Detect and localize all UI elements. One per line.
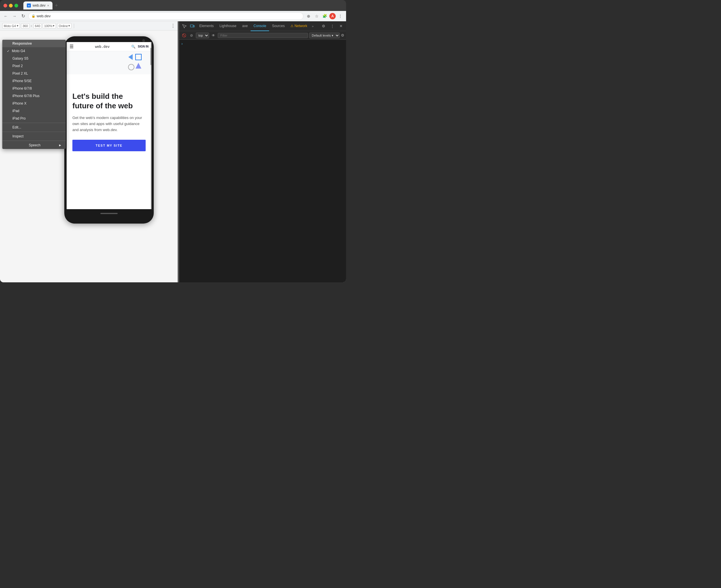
tab-axe[interactable]: axe bbox=[239, 21, 251, 31]
tab-network[interactable]: ⚠ Network bbox=[287, 21, 310, 31]
svg-point-2 bbox=[128, 64, 134, 70]
devtools-close-button[interactable]: ✕ bbox=[337, 22, 345, 30]
log-levels-selector[interactable]: Default levels ▾ bbox=[309, 33, 340, 38]
device-label: Moto G4 bbox=[4, 24, 16, 28]
phone-scrollbar[interactable] bbox=[150, 42, 152, 209]
zoom-selector[interactable]: 100% ▾ bbox=[43, 23, 56, 28]
tab-bar: w web.dev × + bbox=[23, 1, 343, 9]
dropdown-item-speech[interactable]: Speech bbox=[2, 142, 66, 149]
add-icon[interactable]: ⊕ bbox=[305, 13, 312, 20]
eye-icon[interactable]: 👁 bbox=[210, 32, 217, 39]
network-selector[interactable]: Online ▾ bbox=[57, 23, 72, 28]
clear-console-button[interactable]: 🚫 bbox=[181, 32, 187, 39]
dropdown-separator-3 bbox=[2, 141, 66, 141]
width-value[interactable]: 360 bbox=[21, 23, 29, 28]
svg-rect-5 bbox=[193, 25, 194, 27]
network-arrow: ▾ bbox=[68, 24, 70, 28]
title-bar: w web.dev × + bbox=[0, 0, 346, 11]
minimize-button[interactable] bbox=[9, 4, 13, 7]
galaxy-s5-label: Galaxy S5 bbox=[13, 57, 28, 61]
dimensions: 360 × 640 bbox=[21, 23, 42, 28]
responsive-label: Responsive bbox=[13, 41, 32, 45]
moto-g4-label: Moto G4 bbox=[12, 49, 25, 53]
lighthouse-label: Lighthouse bbox=[219, 24, 237, 28]
fullscreen-button[interactable] bbox=[15, 4, 18, 7]
dropdown-item-edit[interactable]: Edit... bbox=[2, 124, 66, 131]
forward-button[interactable]: → bbox=[11, 13, 18, 20]
toolbar-separator bbox=[74, 24, 74, 28]
network-label: Online bbox=[59, 24, 68, 28]
ipad-label: iPad bbox=[13, 109, 19, 113]
refresh-button[interactable]: ↻ bbox=[20, 13, 26, 20]
phone-camera bbox=[142, 39, 145, 42]
dropdown-separator-1 bbox=[2, 123, 66, 123]
tab-sources[interactable]: Sources bbox=[269, 21, 287, 31]
tab-console[interactable]: Console bbox=[251, 21, 269, 31]
device-selector[interactable]: Moto G4 ▾ bbox=[2, 23, 20, 28]
dropdown-item-pixel-2-xl[interactable]: Pixel 2 XL bbox=[2, 70, 66, 77]
dropdown-item-ipad-pro[interactable]: iPad Pro bbox=[2, 115, 66, 122]
console-settings-button[interactable]: ⊘ bbox=[188, 32, 195, 39]
back-button[interactable]: ← bbox=[2, 13, 9, 20]
speech-label: Speech bbox=[29, 143, 41, 147]
traffic-lights bbox=[3, 4, 18, 7]
phone-logo: web.dev bbox=[95, 45, 110, 49]
inspect-element-button[interactable] bbox=[180, 22, 188, 30]
url-text: web.dev bbox=[37, 14, 51, 18]
svg-marker-0 bbox=[128, 54, 133, 60]
more-options-button[interactable]: ⋮ bbox=[171, 23, 175, 28]
tab-lighthouse[interactable]: Lighthouse bbox=[217, 21, 239, 31]
devtools-more-button[interactable]: ⋮ bbox=[328, 22, 336, 30]
url-bar[interactable]: 🔒 web.dev bbox=[28, 13, 303, 20]
cta-button[interactable]: TEST MY SITE bbox=[73, 140, 146, 151]
hamburger-icon[interactable]: ☰ bbox=[69, 44, 74, 49]
dropdown-item-inspect[interactable]: Inspect bbox=[2, 132, 66, 140]
tab-favicon: w bbox=[27, 3, 31, 7]
console-content: › bbox=[179, 40, 346, 282]
more-tabs-button[interactable]: » bbox=[310, 24, 315, 28]
devtools-tabs: Elements Lighthouse axe Console Sources … bbox=[179, 21, 346, 31]
phone-scroll-thumb bbox=[150, 48, 152, 65]
console-gear-button[interactable]: ⚙ bbox=[341, 33, 344, 38]
bookmark-icon[interactable]: ☆ bbox=[313, 13, 320, 20]
phone-wrapper: Responsive Moto G4 Galaxy S5 Pixel 2 Pix… bbox=[0, 30, 178, 282]
times-symbol: × bbox=[31, 24, 32, 28]
tab-elements[interactable]: Elements bbox=[196, 21, 217, 31]
device-mode-button[interactable] bbox=[188, 22, 196, 30]
dropdown-item-pixel-2[interactable]: Pixel 2 bbox=[2, 62, 66, 70]
menu-icon[interactable]: ⋮ bbox=[337, 13, 344, 20]
iphone-5se-label: iPhone 5/SE bbox=[13, 79, 32, 83]
console-arrow: › bbox=[181, 41, 183, 46]
dropdown-item-ipad[interactable]: iPad bbox=[2, 107, 66, 115]
dropdown-item-moto-g4[interactable]: Moto G4 bbox=[2, 47, 66, 55]
iphone-678plus-label: iPhone 6/7/8 Plus bbox=[13, 94, 40, 98]
browser-viewport: Moto G4 ▾ 360 × 640 100% ▾ Online ▾ ⋮ bbox=[0, 21, 178, 282]
tab-close-button[interactable]: × bbox=[47, 4, 49, 7]
sign-in-button[interactable]: SIGN IN bbox=[138, 45, 148, 48]
profile-icon[interactable]: A bbox=[329, 13, 336, 19]
home-indicator bbox=[100, 213, 118, 214]
new-tab-button[interactable]: + bbox=[55, 3, 58, 9]
height-value[interactable]: 640 bbox=[34, 23, 42, 28]
iphone-x-label: iPhone X bbox=[13, 101, 26, 105]
dropdown-header-responsive: Responsive bbox=[2, 40, 66, 47]
search-icon[interactable]: 🔍 bbox=[131, 45, 136, 49]
context-selector[interactable]: top bbox=[196, 33, 209, 38]
sources-label: Sources bbox=[272, 24, 285, 28]
address-actions: ⊕ ☆ 🧩 A ⋮ bbox=[305, 13, 344, 20]
dropdown-item-iphone-5se[interactable]: iPhone 5/SE bbox=[2, 77, 66, 85]
dropdown-item-iphone-x[interactable]: iPhone X bbox=[2, 100, 66, 107]
devtools-settings-button[interactable]: ⚙ bbox=[320, 22, 328, 30]
dropdown-item-iphone-678[interactable]: iPhone 6/7/8 bbox=[2, 85, 66, 92]
device-dropdown-menu: Responsive Moto G4 Galaxy S5 Pixel 2 Pix… bbox=[2, 40, 66, 149]
dropdown-item-iphone-678plus[interactable]: iPhone 6/7/8 Plus bbox=[2, 92, 66, 100]
devtools-panel: Elements Lighthouse axe Console Sources … bbox=[179, 21, 346, 282]
browser-tab[interactable]: w web.dev × bbox=[23, 1, 53, 9]
dropdown-item-galaxy-s5[interactable]: Galaxy S5 bbox=[2, 55, 66, 62]
lock-icon: 🔒 bbox=[32, 14, 36, 18]
close-button[interactable] bbox=[3, 4, 7, 7]
filter-input[interactable] bbox=[218, 33, 308, 38]
phone-frame: ☰ web.dev 🔍 SIGN IN bbox=[64, 36, 154, 224]
extensions-icon[interactable]: 🧩 bbox=[321, 13, 328, 20]
hero-illustration bbox=[125, 53, 148, 73]
